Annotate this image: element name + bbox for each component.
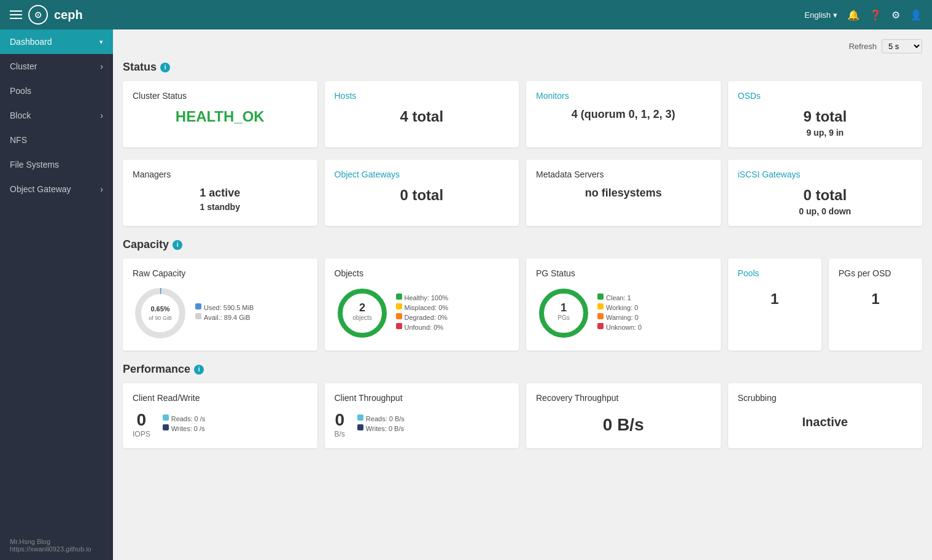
cluster-status-title: Cluster Status [133, 91, 308, 101]
sidebar-item-label: Block [10, 111, 31, 120]
performance-info-icon[interactable]: i [194, 365, 204, 375]
client-throughput-card: Client Throughput 0 B/s Reads: 0 B/s Wri… [325, 383, 519, 448]
sidebar-item-label: Object Gateway [10, 184, 71, 194]
osds-sub: 9 up, 9 in [738, 128, 913, 138]
chevron-right-icon: › [100, 111, 103, 120]
chevron-right-icon: › [100, 184, 103, 194]
iscsi-gateways-sub: 0 up, 0 down [738, 206, 913, 216]
svg-text:PGs: PGs [557, 314, 569, 321]
footer-line1: Mr.Hsng Blog [10, 538, 103, 545]
cluster-status-card: Cluster Status HEALTH_OK [123, 81, 317, 147]
svg-point-0 [138, 291, 182, 335]
client-throughput-value: 0 [335, 410, 345, 430]
menu-icon[interactable] [10, 10, 22, 19]
object-gateways-title[interactable]: Object Gateways [335, 169, 510, 179]
scrubbing-card: Scrubbing Inactive [728, 383, 923, 448]
raw-capacity-title: Raw Capacity [133, 268, 308, 278]
capacity-row: Raw Capacity 0.65% of 90 GiB Used: 590.5… [123, 259, 922, 351]
logo-icon: ⊙ [28, 5, 48, 25]
pg-status-content: 1 PGs Clean: 1 Working: 0 Warning: 0 Unk… [536, 286, 711, 341]
object-gateways-card: Object Gateways 0 total [325, 160, 519, 226]
hosts-title[interactable]: Hosts [335, 91, 510, 101]
client-rw-title: Client Read/Write [133, 393, 308, 403]
footer-line2: https://xwanli0923.github.io [10, 545, 103, 553]
iscsi-gateways-value: 0 total [738, 187, 913, 204]
client-throughput-content: 0 B/s Reads: 0 B/s Writes: 0 B/s [335, 410, 510, 438]
client-rw-content: 0 IOPS Reads: 0 /s Writes: 0 /s [133, 410, 308, 438]
layout: Dashboard ▾ Cluster › Pools Block › NFS … [0, 29, 932, 560]
pg-status-legend: Clean: 1 Working: 0 Warning: 0 Unknown: … [597, 294, 642, 333]
hosts-card: Hosts 4 total [325, 81, 519, 147]
managers-value: 1 active [133, 187, 308, 200]
monitors-title[interactable]: Monitors [536, 91, 711, 101]
dropdown-icon: ▾ [99, 38, 103, 46]
refresh-select[interactable]: 5 s 10 s 30 s 1 min [882, 39, 922, 53]
status-info-icon[interactable]: i [160, 63, 170, 72]
objects-title: Objects [335, 268, 510, 278]
pools-title[interactable]: Pools [738, 268, 812, 278]
sidebar-item-label: File Systems [10, 160, 59, 169]
status-row1: Cluster Status HEALTH_OK Hosts 4 total M… [123, 81, 922, 147]
pgs-per-osd-value: 1 [839, 290, 912, 308]
capacity-info-icon[interactable]: i [173, 240, 182, 250]
managers-title: Managers [133, 169, 308, 179]
svg-text:2: 2 [359, 301, 365, 314]
main-content: Refresh 5 s 10 s 30 s 1 min Status i Clu… [113, 29, 932, 560]
client-rw-value: 0 [133, 410, 150, 430]
svg-text:0.65%: 0.65% [150, 305, 169, 313]
sidebar: Dashboard ▾ Cluster › Pools Block › NFS … [0, 29, 113, 560]
language-selector[interactable]: English ▾ [804, 10, 837, 20]
client-throughput-unit: B/s [335, 430, 345, 438]
client-rw-unit: IOPS [133, 430, 150, 438]
recovery-throughput-title: Recovery Throughput [536, 393, 711, 403]
raw-capacity-donut: 0.65% of 90 GiB [133, 286, 188, 341]
metadata-servers-card: Metadata Servers no filesystems [526, 160, 721, 226]
sidebar-item-filesystems[interactable]: File Systems [0, 152, 113, 177]
capacity-section-header: Capacity i [123, 238, 922, 251]
scrubbing-title: Scrubbing [738, 393, 913, 403]
sidebar-footer: Mr.Hsng Blog https://xwanli0923.github.i… [0, 531, 113, 560]
objects-legend: Healthy: 100% Misplaced: 0% Degraded: 0%… [396, 294, 449, 333]
client-throughput-title: Client Throughput [335, 393, 510, 403]
pgs-per-osd-card: PGs per OSD 1 [829, 259, 922, 351]
osds-title[interactable]: OSDs [738, 91, 913, 101]
objects-content: 2 objects Healthy: 100% Misplaced: 0% De… [335, 286, 510, 341]
recovery-throughput-value: 0 B/s [536, 415, 711, 435]
used-legend: Used: 590.5 MiB [195, 303, 254, 311]
scrubbing-value: Inactive [738, 415, 913, 429]
avail-legend: Avail.: 89.4 GiB [195, 313, 254, 321]
raw-capacity-legend: Used: 590.5 MiB Avail.: 89.4 GiB [195, 303, 254, 323]
status-section-header: Status i [123, 61, 922, 74]
sidebar-item-label: NFS [10, 135, 27, 145]
svg-text:of 90 GiB: of 90 GiB [149, 315, 172, 321]
performance-section-header: Performance i [123, 363, 922, 376]
sidebar-item-cluster[interactable]: Cluster › [0, 54, 113, 79]
monitors-value: 4 (quorum 0, 1, 2, 3) [536, 108, 711, 121]
sidebar-item-pools[interactable]: Pools [0, 79, 113, 103]
svg-text:objects: objects [352, 314, 372, 321]
sidebar-item-objectgateway[interactable]: Object Gateway › [0, 177, 113, 201]
navbar-right: English ▾ 🔔 ❓ ⚙ 👤 [804, 9, 922, 21]
managers-card: Managers 1 active 1 standby [123, 160, 317, 226]
brand-name: ceph [54, 8, 83, 22]
help-icon[interactable]: ❓ [869, 9, 882, 21]
gear-icon[interactable]: ⚙ [891, 9, 900, 21]
pools-card: Pools 1 [728, 259, 821, 351]
cluster-status-value: HEALTH_OK [133, 108, 308, 125]
client-rw-card: Client Read/Write 0 IOPS Reads: 0 /s Wri… [123, 383, 317, 448]
iscsi-gateways-title[interactable]: iSCSI Gateways [738, 169, 913, 179]
user-icon[interactable]: 👤 [910, 9, 922, 21]
client-rw-legend: Reads: 0 /s Writes: 0 /s [163, 414, 206, 434]
sidebar-item-label: Cluster [10, 61, 37, 71]
objects-donut: 2 objects [335, 286, 390, 341]
bell-icon[interactable]: 🔔 [847, 9, 860, 21]
pg-status-donut: 1 PGs [536, 286, 591, 341]
sidebar-item-label: Pools [10, 86, 31, 96]
chevron-right-icon: › [100, 61, 103, 71]
brand: ⊙ ceph [10, 5, 83, 25]
sidebar-item-nfs[interactable]: NFS [0, 128, 113, 152]
sidebar-item-dashboard[interactable]: Dashboard ▾ [0, 29, 113, 54]
hosts-value: 4 total [335, 108, 510, 125]
client-throughput-legend: Reads: 0 B/s Writes: 0 B/s [357, 414, 405, 434]
sidebar-item-block[interactable]: Block › [0, 103, 113, 128]
